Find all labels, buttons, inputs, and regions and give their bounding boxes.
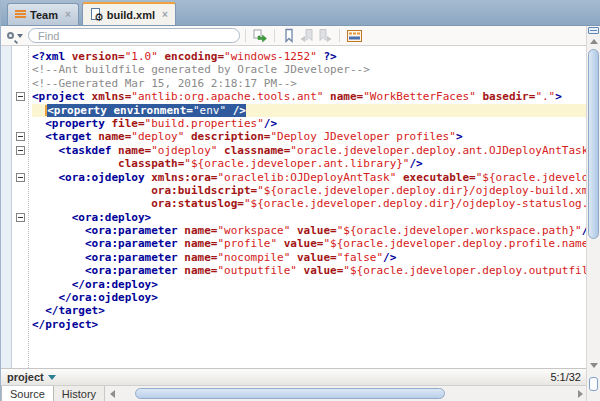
fold-collapse-icon[interactable] [16,92,25,101]
toggle-bookmark-icon[interactable] [280,28,298,44]
xml-tag: <project [32,90,92,103]
code-line[interactable]: <ora:parameter name="outputfile" value="… [1,264,587,277]
code-editor[interactable]: <?xml version="1.0" encoding="windows-12… [1,46,587,368]
code-line[interactable]: classpath="${oracle.jdeveloper.ant.libra… [1,157,587,170]
xml-value: "${oracle.jdeveloper.deploy.profile.name… [323,237,587,250]
next-bookmark-icon[interactable] [316,28,334,44]
xml-tag: /> [264,117,277,130]
xml-value: "WorkBetterFaces" [363,90,476,103]
code-line[interactable]: <property environment="env" /> [1,104,587,117]
code-line-text[interactable]: <ora:parameter name="nocompile" value="f… [32,251,587,264]
arrow-up-icon [590,39,598,44]
split-editor-handle[interactable] [588,27,599,34]
code-line-text[interactable]: </ora:ojdeploy> [32,291,587,304]
xml-value: "${oracle.jdeveloper.ojdeploy.path}" [476,171,587,184]
xml-attribute: value= [290,224,336,237]
breadcrumb-item-project[interactable]: project [7,371,56,383]
code-line-text[interactable]: classpath="${oracle.jdeveloper.ant.libra… [32,157,587,170]
code-line-text[interactable]: </ora:deploy> [32,278,587,291]
vertical-scroll-thumb[interactable] [588,49,599,239]
xml-attribute: executable= [396,171,475,184]
tab-team[interactable]: Team × [7,3,79,25]
xml-attribute: name= [184,224,217,237]
xml-tag: <property [32,117,111,130]
scroll-right-button[interactable] [575,390,585,398]
code-line[interactable]: <ora:parameter name="profile" value="${o… [1,237,587,250]
code-line-text[interactable]: <ora:ojdeploy xmlns:ora="oraclelib:OJDep… [32,171,587,184]
editor-gutter [1,46,12,368]
code-line[interactable]: ora:buildscript="${oracle.jdeveloper.dep… [1,184,587,197]
code-line-text[interactable]: ora:statuslog="${oracle.jdeveloper.deplo… [32,197,587,210]
vertical-scrollbar [586,26,600,401]
code-line[interactable]: </project> [1,318,587,331]
code-line-text[interactable]: </project> [32,318,587,331]
code-line[interactable]: <property file="build.properties"/> [1,117,587,130]
xml-attribute: ora:buildscript= [32,184,257,197]
code-line-text[interactable]: <ora:deploy> [32,211,587,224]
code-line[interactable]: <project xmlns="antlib:org.apache.tools.… [1,90,587,103]
xml-value: "build.properties" [145,117,264,130]
xml-value: "${oracle.jdeveloper.deploy.outputfile}" [343,264,587,277]
code-line-text[interactable]: ora:buildscript="${oracle.jdeveloper.dep… [32,184,587,197]
code-line[interactable]: </target> [1,304,587,317]
search-dropdown-button[interactable] [7,32,23,39]
fold-collapse-icon[interactable] [16,146,25,155]
scroll-left-button[interactable] [107,390,117,398]
code-line-text[interactable]: <target name="deploy" description="Deplo… [32,130,587,143]
code-line-text[interactable]: <!--Ant buildfile generated by Oracle JD… [32,63,587,76]
tab-source[interactable]: Source [1,386,54,401]
code-line[interactable]: <ora:parameter name="nocompile" value="f… [1,251,587,264]
code-line[interactable]: <ora:deploy> [1,211,587,224]
horizontal-scroll-thumb[interactable] [135,388,445,399]
code-line[interactable]: <taskdef name="ojdeploy" classname="orac… [1,144,587,157]
go-to-last-edit-icon[interactable] [251,28,269,44]
xml-attribute: environment= [113,104,192,117]
shortcut-keys-icon[interactable] [345,28,363,44]
fold-collapse-icon[interactable] [16,173,25,182]
code-line-text[interactable]: <ora:parameter name="profile" value="${o… [32,237,587,250]
code-line[interactable]: <target name="deploy" description="Deplo… [1,130,587,143]
team-icon [15,10,26,20]
code-line[interactable]: <!--Generated Mar 15, 2016 2:18:17 PM--> [1,77,587,90]
code-line-text[interactable]: </target> [32,304,587,317]
code-line-text[interactable]: <?xml version="1.0" encoding="windows-12… [32,50,587,63]
find-input[interactable] [28,28,240,43]
code-line-text[interactable]: <taskdef name="ojdeploy" classname="orac… [32,144,587,157]
fold-collapse-icon[interactable] [16,213,25,222]
tab-history[interactable]: History [54,386,105,401]
code-line-text[interactable]: <property environment="env" /> [32,104,587,117]
xml-value: "false" [337,251,383,264]
horizontal-scroll-track[interactable] [117,388,575,400]
previous-bookmark-icon[interactable] [298,28,316,44]
code-line[interactable]: <ora:ojdeploy xmlns:ora="oraclelib:OJDep… [1,171,587,184]
scroll-down-button[interactable] [587,360,600,371]
xml-tag: <ora:parameter [32,264,184,277]
code-line[interactable]: </ora:ojdeploy> [1,291,587,304]
tab-build-xml[interactable]: ⚙ build.xml × [82,2,176,25]
code-line-text[interactable]: <project xmlns="antlib:org.apache.tools.… [32,90,587,103]
xml-tag: </ora:ojdeploy> [32,291,158,304]
code-line[interactable]: <!--Ant buildfile generated by Oracle JD… [1,63,587,76]
fold-collapse-icon[interactable] [16,132,25,141]
xml-tag: > [456,130,463,143]
code-line[interactable]: </ora:deploy> [1,278,587,291]
search-icon [7,32,14,39]
code-line-text[interactable]: <!--Generated Mar 15, 2016 2:18:17 PM--> [32,77,587,90]
xml-tag: <ora:parameter [32,251,184,264]
vertical-scroll-track[interactable] [587,47,600,358]
scroll-up-button[interactable] [587,36,600,47]
close-icon[interactable]: × [162,10,168,20]
tab-source-label: Source [10,388,45,400]
code-line[interactable]: <?xml version="1.0" encoding="windows-12… [1,50,587,63]
code-lines: <?xml version="1.0" encoding="windows-12… [1,46,587,368]
xml-value: "windows-1252" [224,50,317,63]
scrollbar-corner [589,377,598,391]
code-line-text[interactable]: <ora:parameter name="workspace" value="$… [32,224,587,237]
xml-tag: <ora:parameter [32,224,184,237]
code-line-text[interactable]: <property file="build.properties"/> [32,117,587,130]
code-line[interactable]: ora:statuslog="${oracle.jdeveloper.deplo… [1,197,587,210]
code-line[interactable]: <ora:parameter name="workspace" value="$… [1,224,587,237]
code-line-text[interactable]: <ora:parameter name="outputfile" value="… [32,264,587,277]
xml-value: "${oracle.jdeveloper.ant.library}" [184,157,409,170]
close-icon[interactable]: × [65,10,71,20]
